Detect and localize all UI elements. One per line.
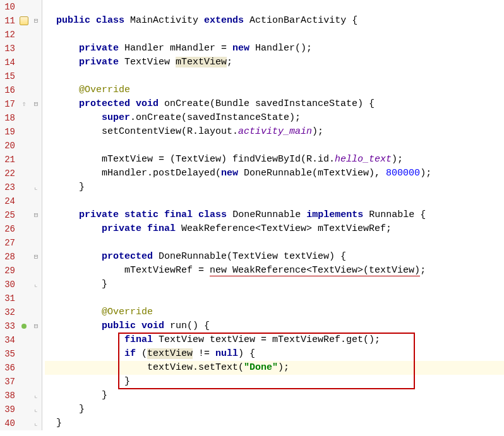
code-line[interactable]: } <box>45 416 504 430</box>
fold-marker[interactable] <box>30 69 42 83</box>
fold-column[interactable]: ⊟⊟⌞⊟⊟⌞⊟⌞⌞⌞ <box>30 0 42 430</box>
fold-marker[interactable] <box>30 0 42 14</box>
fold-marker[interactable]: ⌞ <box>30 180 42 194</box>
code-line[interactable]: mHandler.postDelayed(new DoneRunnable(mT… <box>45 167 504 180</box>
code-line[interactable]: final TextView textView = mTextViewRef.g… <box>45 333 504 347</box>
code-line[interactable]: protected void onCreate(Bundle savedInst… <box>45 97 504 111</box>
code-token: ActionBarActivity { <box>244 15 357 26</box>
fold-marker[interactable] <box>30 111 42 125</box>
line-number: 19 <box>0 125 15 139</box>
code-line[interactable]: } <box>45 375 504 389</box>
code-token: mTextView <box>176 57 227 68</box>
code-area[interactable]: public class MainActivity extends Action… <box>42 0 504 430</box>
line-number: 16 <box>0 83 15 97</box>
fold-marker[interactable] <box>30 42 42 56</box>
code-token: .onCreate(savedInstanceState); <box>130 112 301 123</box>
fold-marker[interactable] <box>30 125 42 139</box>
fold-marker[interactable]: ⌞ <box>30 416 42 430</box>
code-token: hello_text <box>335 154 392 165</box>
code-line[interactable]: private TextView mTextView; <box>45 56 504 69</box>
code-token <box>159 209 164 220</box>
fold-marker[interactable] <box>30 333 42 347</box>
fold-marker[interactable]: ⊟ <box>30 208 42 222</box>
line-number: 23 <box>0 180 15 194</box>
code-token: } <box>79 404 85 415</box>
code-line[interactable]: private final WeakReference<TextView> mT… <box>45 222 504 236</box>
code-line[interactable] <box>45 194 504 208</box>
fold-marker[interactable]: ⌞ <box>30 389 42 403</box>
code-token: ); <box>278 362 289 373</box>
code-line[interactable] <box>45 69 504 83</box>
fold-marker[interactable]: ⌞ <box>30 278 42 292</box>
code-line[interactable]: @Override <box>45 83 504 97</box>
code-line[interactable]: public void run() { <box>45 319 504 333</box>
code-line[interactable]: if (textView != null) { <box>45 347 504 361</box>
fold-marker[interactable] <box>30 236 42 250</box>
code-line[interactable]: } <box>45 389 504 403</box>
code-line[interactable]: protected DoneRunnable(TextView textView… <box>45 250 504 264</box>
code-line[interactable]: setContentView(R.layout.activity_main); <box>45 125 504 139</box>
code-line[interactable]: } <box>45 180 504 194</box>
fold-marker[interactable] <box>30 56 42 69</box>
code-line[interactable]: super.onCreate(savedInstanceState); <box>45 111 504 125</box>
code-line[interactable] <box>45 28 504 42</box>
line-number: 22 <box>0 167 15 180</box>
fold-marker[interactable] <box>30 375 42 389</box>
code-token: new <box>232 43 249 54</box>
code-token: void <box>141 321 164 331</box>
fold-marker[interactable] <box>30 361 42 375</box>
line-number: 18 <box>0 111 15 125</box>
gutter-icons: ⇧ <box>18 0 30 430</box>
code-token: mTextView = (TextView) findViewById(R.id… <box>102 154 335 165</box>
fold-marker[interactable] <box>30 347 42 361</box>
line-number: 36 <box>0 361 15 375</box>
code-line[interactable]: textView.setText("Done"); <box>45 361 504 375</box>
line-number: 31 <box>0 292 15 305</box>
fold-marker[interactable] <box>30 194 42 208</box>
fold-marker[interactable]: ⊟ <box>30 97 42 111</box>
fold-marker[interactable]: ⊟ <box>30 250 42 264</box>
fold-marker[interactable] <box>30 292 42 305</box>
code-line[interactable] <box>45 292 504 305</box>
line-number: 28 <box>0 250 15 264</box>
code-token <box>136 321 141 331</box>
code-line[interactable]: private static final class DoneRunnable … <box>45 208 504 222</box>
code-line[interactable]: public class MainActivity extends Action… <box>45 14 504 28</box>
code-line[interactable]: } <box>45 278 504 292</box>
code-line[interactable]: } <box>45 403 504 416</box>
fold-marker[interactable] <box>30 83 42 97</box>
fold-marker[interactable]: ⊟ <box>30 14 42 28</box>
code-line[interactable]: mTextView = (TextView) findViewById(R.id… <box>45 153 504 167</box>
code-token: } <box>79 182 85 192</box>
code-token: 800000 <box>386 168 420 179</box>
fold-marker[interactable] <box>30 139 42 153</box>
line-number: 25 <box>0 208 15 222</box>
code-line[interactable] <box>45 139 504 153</box>
code-token: Runnable { <box>363 209 426 220</box>
code-token: new <box>221 168 238 179</box>
code-line[interactable]: @Override <box>45 305 504 319</box>
fold-marker[interactable] <box>30 305 42 319</box>
code-token: public <box>56 15 90 26</box>
implements-icon[interactable] <box>21 324 27 329</box>
fold-marker[interactable] <box>30 167 42 180</box>
code-line[interactable]: private Handler mHandler = new Handler()… <box>45 42 504 56</box>
fold-marker[interactable] <box>30 28 42 42</box>
line-number: 26 <box>0 222 15 236</box>
line-number: 10 <box>0 0 15 14</box>
fold-marker[interactable]: ⊟ <box>30 319 42 333</box>
line-number: 34 <box>0 333 15 347</box>
fold-marker[interactable]: ⌞ <box>30 403 42 416</box>
fold-marker[interactable] <box>30 153 42 167</box>
fold-marker[interactable] <box>30 264 42 278</box>
code-token: super <box>102 112 130 123</box>
override-icon[interactable]: ⇧ <box>22 97 27 111</box>
code-token: run() { <box>164 321 210 331</box>
code-line[interactable] <box>45 0 504 14</box>
fold-marker[interactable] <box>30 222 42 236</box>
line-number: 37 <box>0 375 15 389</box>
line-number: 27 <box>0 236 15 250</box>
code-line[interactable] <box>45 236 504 250</box>
code-line[interactable]: mTextViewRef = new WeakReference<TextVie… <box>45 264 504 278</box>
code-editor[interactable]: 1011121314151617181920212223242526272829… <box>0 0 504 430</box>
